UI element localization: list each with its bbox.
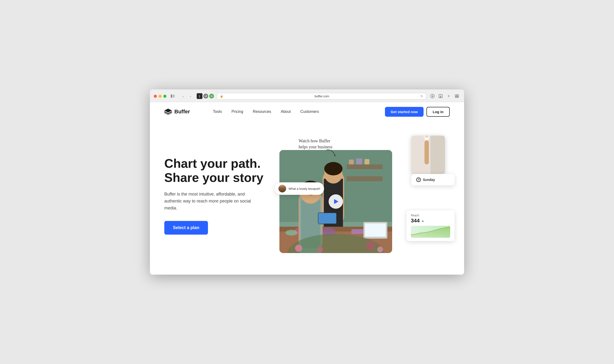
svg-rect-1 <box>173 95 175 95</box>
get-started-button[interactable]: Get started now <box>385 107 423 117</box>
hero-annotation: Watch how Buffer helps your business <box>299 138 332 150</box>
flower-illustration <box>411 136 445 174</box>
nav-about[interactable]: About <box>277 108 295 116</box>
reach-card: Reach 344 ▲ <box>407 210 454 241</box>
reach-number: 344 <box>411 218 420 224</box>
comment-card: What a lovely bouquet! <box>275 182 324 195</box>
annotation-arrow-icon <box>325 149 337 158</box>
reach-chart-svg <box>411 226 450 238</box>
reach-value: 344 ▲ <box>411 218 450 224</box>
extensions-area: | G <box>197 93 214 99</box>
schedule-day-text: Sunday <box>423 178 435 182</box>
schedule-card-inner: Sunday <box>416 177 435 182</box>
downloads-button[interactable] <box>429 93 436 99</box>
hero-title-line2: Share your story <box>164 171 263 184</box>
sidebar-toggle-button[interactable] <box>169 93 176 99</box>
comment-text: What a lovely bouquet! <box>288 187 320 191</box>
browser-chrome: ‹ › | G 🔒 buffer.com ↻ <box>150 89 464 102</box>
svg-point-49 <box>295 245 302 252</box>
reload-button[interactable]: ↻ <box>421 94 423 98</box>
svg-rect-9 <box>457 97 459 98</box>
svg-point-51 <box>366 242 375 250</box>
svg-point-40 <box>324 162 342 175</box>
share-button[interactable] <box>437 93 444 99</box>
extension-icon-3[interactable]: G <box>209 94 214 99</box>
play-triangle-icon <box>334 199 338 204</box>
logo-link[interactable]: Buffer <box>164 108 190 116</box>
hero-subtitle: Buffer is the most intuitive, affordable… <box>164 191 255 211</box>
svg-rect-7 <box>457 95 459 96</box>
svg-rect-6 <box>455 95 457 96</box>
svg-rect-47 <box>318 213 336 224</box>
address-bar[interactable]: 🔒 buffer.com ↻ <box>217 93 426 99</box>
lock-icon: 🔒 <box>220 95 223 98</box>
play-button[interactable] <box>328 194 343 209</box>
clock-hands <box>417 178 421 182</box>
clock-icon <box>416 177 421 182</box>
hero-title: Chart your path. Share your story <box>164 156 265 185</box>
photo-bg <box>411 136 445 174</box>
nav-customers[interactable]: Customers <box>297 108 323 116</box>
svg-rect-12 <box>424 140 429 164</box>
photo-card <box>411 136 445 174</box>
nav-resources[interactable]: Resources <box>249 108 275 116</box>
svg-rect-11 <box>431 136 445 174</box>
svg-rect-8 <box>455 97 457 98</box>
svg-rect-23 <box>347 176 382 181</box>
avatar-person-image <box>278 185 286 192</box>
svg-rect-3 <box>173 97 175 97</box>
browser-actions: + <box>429 93 460 99</box>
nav-links: Tools Pricing Resources About Customers <box>209 108 385 116</box>
hero-content: Chart your path. Share your story Buffer… <box>164 156 265 235</box>
nav-pricing[interactable]: Pricing <box>228 108 247 116</box>
svg-point-53 <box>417 178 420 182</box>
tab-overview-button[interactable] <box>453 93 460 99</box>
url-text: buffer.com <box>225 94 419 98</box>
extension-icon-1[interactable]: | <box>197 93 203 99</box>
svg-point-19 <box>425 138 429 140</box>
reach-trend-icon: ▲ <box>421 219 424 223</box>
buffer-logo-icon <box>164 108 172 116</box>
svg-rect-22 <box>347 164 382 169</box>
annotation-text-1: Watch how Buffer <box>299 138 332 144</box>
new-tab-button[interactable]: + <box>445 93 452 99</box>
hero-section: Chart your path. Share your story Buffer… <box>150 121 464 275</box>
svg-rect-36 <box>365 224 385 236</box>
svg-point-52 <box>377 247 383 252</box>
logo-text: Buffer <box>174 109 190 115</box>
hero-visual: Watch how Buffer helps your business <box>279 136 450 255</box>
traffic-lights <box>154 95 166 98</box>
navigation: Buffer Tools Pricing Resources About Cus… <box>150 102 464 121</box>
florist-background <box>279 150 392 253</box>
svg-point-31 <box>286 230 297 235</box>
comment-avatar <box>278 185 286 192</box>
svg-point-4 <box>205 95 207 97</box>
svg-rect-24 <box>349 160 354 164</box>
schedule-card: Sunday <box>411 174 454 185</box>
svg-point-50 <box>317 247 323 252</box>
select-plan-button[interactable]: Select a plan <box>164 221 208 234</box>
page-content: Buffer Tools Pricing Resources About Cus… <box>150 102 464 275</box>
svg-rect-0 <box>171 94 172 98</box>
forward-button[interactable]: › <box>187 93 194 99</box>
reach-chart <box>411 226 450 238</box>
reach-label: Reach <box>411 214 450 217</box>
nav-cta: Get started now Log in <box>385 107 450 117</box>
clock-svg <box>417 178 421 182</box>
svg-rect-26 <box>365 159 369 164</box>
extension-icon-2[interactable] <box>203 94 208 99</box>
svg-rect-2 <box>173 96 175 96</box>
browser-window: ‹ › | G 🔒 buffer.com ↻ <box>150 89 464 275</box>
login-button[interactable]: Log in <box>426 107 450 117</box>
fullscreen-button[interactable] <box>163 95 166 98</box>
hero-title-line1: Chart your path. <box>164 156 261 170</box>
svg-rect-25 <box>356 158 362 164</box>
back-button[interactable]: ‹ <box>180 93 187 99</box>
close-button[interactable] <box>154 95 157 98</box>
nav-tools[interactable]: Tools <box>209 108 226 116</box>
minimize-button[interactable] <box>159 95 162 98</box>
main-hero-image <box>279 150 392 253</box>
